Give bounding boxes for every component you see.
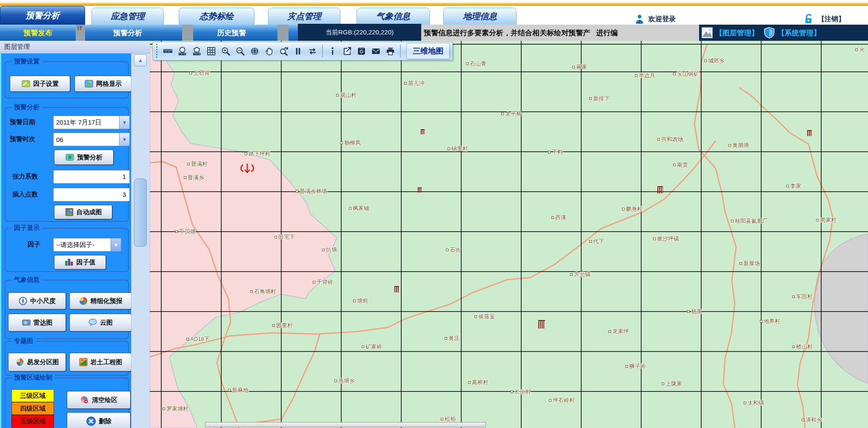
zoom-in-tool-button[interactable] bbox=[219, 44, 232, 58]
print-tool-button[interactable] bbox=[384, 44, 397, 58]
map-place-label: 车田村 bbox=[792, 293, 813, 300]
mail-tool-button[interactable] bbox=[369, 44, 383, 58]
warning-level-chip-4[interactable]: 四级区域 bbox=[11, 402, 54, 415]
logout-button[interactable]: 【注销】 bbox=[803, 14, 845, 25]
scroll-up-button[interactable]: ▲ bbox=[134, 54, 147, 66]
chevron-down-icon[interactable]: ▼ bbox=[119, 133, 129, 146]
map-place-label: 枫家铺 bbox=[349, 204, 369, 212]
meso-scale-button[interactable]: 中小尺度 bbox=[8, 292, 66, 309]
place-name: 上石背 bbox=[193, 69, 210, 77]
place-marker-icon bbox=[740, 262, 742, 265]
chevron-down-icon[interactable]: ▼ bbox=[119, 116, 129, 129]
save-image-tool-button[interactable] bbox=[355, 44, 368, 58]
place-marker-icon bbox=[250, 290, 253, 293]
sidebar-scrollbar[interactable]: ▲ bbox=[131, 54, 150, 428]
map-grid-overlay bbox=[150, 41, 868, 428]
map-viewport[interactable]: 上石背观山村苗儿冲石山青蒋家半边月宝山铜矿城郊乡火新排下太平桥杨柳凤锦里村下料共… bbox=[150, 41, 868, 428]
pan-hand-tool-button[interactable] bbox=[263, 44, 276, 58]
welcome-login[interactable]: 欢迎登录 bbox=[634, 14, 676, 25]
place-name: 石街 bbox=[450, 246, 461, 254]
warning-time-label: 预警时次 bbox=[10, 135, 35, 143]
map-place-label: 南贡 bbox=[673, 161, 688, 169]
map-place-label: 扒塘 bbox=[322, 246, 337, 254]
main-tab-situation-plot[interactable]: 态势标绘 bbox=[179, 8, 254, 25]
warning-date-combo[interactable]: 2011年 7月17日 ▼ bbox=[53, 116, 130, 129]
factor-value-button[interactable]: 因子值 bbox=[54, 255, 106, 269]
place-name: AD18下 bbox=[190, 335, 210, 343]
cloud-map-button[interactable]: 云图 bbox=[69, 314, 131, 332]
warning-level-chip-5[interactable]: 五级区域 bbox=[11, 415, 54, 428]
grid-tool-button[interactable] bbox=[205, 44, 218, 58]
place-name: 杨家 bbox=[691, 308, 702, 315]
place-name: 普满村 bbox=[191, 160, 208, 168]
place-name: 田宅下 bbox=[278, 233, 295, 241]
place-marker-icon bbox=[572, 66, 575, 68]
subnav-tab-warning-analysis[interactable]: 预警分析 bbox=[89, 25, 166, 41]
place-name: 代下 bbox=[593, 238, 604, 245]
swap-tool-button[interactable] bbox=[306, 44, 319, 58]
place-marker-icon bbox=[570, 273, 573, 276]
clear-region-icon bbox=[80, 395, 89, 405]
factor-settings-button[interactable]: 因子设置 bbox=[10, 76, 70, 92]
insert-points-input[interactable]: 3 bbox=[53, 188, 130, 201]
layer-manage-button[interactable]: 【图层管理】 bbox=[701, 26, 759, 39]
main-tab-weather-info[interactable]: 气象信息 bbox=[357, 8, 430, 25]
susceptibility-zone-map-button[interactable]: 易发分区图 bbox=[8, 353, 66, 371]
factor-select[interactable]: --请选择因子- ▼ bbox=[53, 238, 121, 252]
export-tool-button[interactable] bbox=[340, 44, 354, 58]
auto-map-button[interactable]: 自动成图 bbox=[54, 205, 112, 219]
place-name: 石山青 bbox=[470, 60, 486, 68]
map-place-label: 塘前 bbox=[353, 297, 368, 305]
bar-chart-icon bbox=[65, 258, 74, 267]
fine-forecast-button[interactable]: 精细化预报 bbox=[69, 292, 131, 309]
analyze-icon bbox=[65, 153, 74, 162]
delete-button[interactable]: 删除 bbox=[67, 412, 131, 428]
clear-draw-region-button[interactable]: 清空绘区 bbox=[67, 391, 131, 409]
measure-circle-tool-button[interactable] bbox=[176, 44, 189, 58]
map-place-label: 宝山铜矿 bbox=[673, 70, 699, 78]
map-place-label: 矿家岭 bbox=[362, 343, 382, 351]
warning-time-combo[interactable]: 06 ▼ bbox=[53, 133, 130, 146]
grid-display-button[interactable]: 网格显示 bbox=[74, 76, 131, 92]
measure-polygon-tool-button[interactable] bbox=[190, 44, 203, 58]
radar-map-button[interactable]: 雷达图 bbox=[8, 314, 66, 332]
place-marker-icon bbox=[622, 208, 625, 210]
main-tab-emergency-manage[interactable]: 应急管理 bbox=[91, 8, 164, 25]
place-name: 太和镇 bbox=[748, 399, 764, 407]
subnav-tab-history-warning[interactable]: 历史预警 bbox=[193, 25, 270, 41]
map-3d-button[interactable]: 三维地图 bbox=[406, 43, 450, 59]
tension-input[interactable]: 1 bbox=[53, 170, 130, 184]
warning-level-chip-3[interactable]: 三级区域 bbox=[11, 389, 54, 402]
map-place-label: 侯居室 bbox=[474, 313, 495, 320]
map-place-label: 李家 bbox=[786, 182, 801, 190]
pause-tool-button[interactable] bbox=[291, 44, 305, 58]
geotech-map-button[interactable]: 岩土工程图 bbox=[69, 353, 131, 371]
map-place-label: 观山村 bbox=[336, 91, 357, 99]
main-tab-geo-info[interactable]: 地理信息 bbox=[443, 8, 517, 25]
unlock-icon bbox=[803, 14, 814, 25]
place-marker-icon bbox=[163, 408, 165, 410]
place-marker-icon bbox=[653, 238, 656, 240]
disaster-point-symbol bbox=[394, 286, 399, 292]
subnav-tab-warning-publish[interactable]: 预警发布 bbox=[0, 25, 76, 41]
scroll-thumb[interactable] bbox=[134, 179, 147, 247]
place-name: 上陇家 bbox=[665, 380, 682, 388]
group-weather-info: 气象信息 中小尺度 精细化预报 雷达图 云图 bbox=[5, 280, 129, 339]
place-name: 西溪 bbox=[555, 214, 566, 221]
zoom-out-icon bbox=[235, 46, 245, 56]
map-horizontal-scrollbar[interactable] bbox=[205, 422, 486, 427]
toolbar-grip[interactable] bbox=[155, 44, 158, 58]
place-name: 共和农场 bbox=[661, 136, 683, 143]
warning-analyze-button[interactable]: 预警分析 bbox=[54, 150, 114, 165]
measure-distance-tool-button[interactable] bbox=[161, 44, 174, 58]
zoom-out-tool-button[interactable] bbox=[234, 44, 247, 58]
system-manage-button[interactable]: 【系统管理】 bbox=[763, 26, 821, 39]
zoom-previous-tool-button[interactable] bbox=[277, 44, 290, 58]
main-tab-disaster-point-manage[interactable]: 灾点管理 bbox=[268, 8, 340, 25]
chevron-down-icon[interactable]: ▼ bbox=[111, 238, 121, 251]
main-tab-warning-analysis[interactable]: 预警分析 bbox=[0, 6, 85, 25]
identify-tool-button[interactable] bbox=[326, 44, 339, 58]
grid-display-icon bbox=[84, 79, 94, 88]
geotech-map-icon bbox=[79, 357, 88, 367]
globe-tool-button[interactable] bbox=[248, 44, 261, 58]
